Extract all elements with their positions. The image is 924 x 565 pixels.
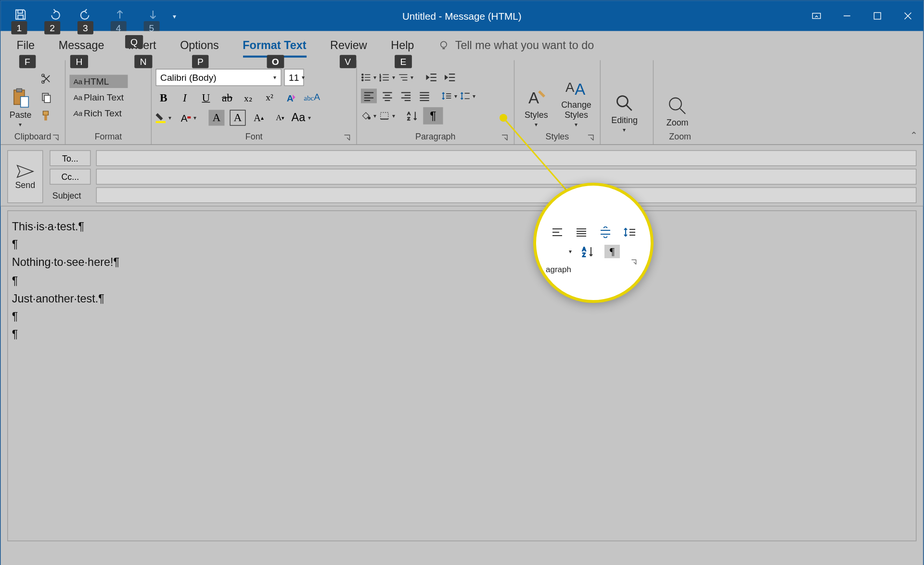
cc-button[interactable]: Cc...	[50, 169, 90, 185]
grow-font-button[interactable]: A▴	[251, 110, 267, 126]
redo-icon[interactable]: 3	[80, 8, 93, 24]
italic-button[interactable]: I	[177, 90, 192, 106]
underline-button[interactable]: U	[198, 90, 214, 106]
sort-button[interactable]: AZ	[405, 109, 421, 123]
format-painter-button[interactable]	[39, 109, 53, 123]
tab-review[interactable]: ReviewV	[330, 35, 367, 56]
subscript-button[interactable]: x₂	[240, 90, 256, 106]
bold-button[interactable]: B	[155, 90, 171, 106]
tab-help[interactable]: HelpE	[391, 35, 414, 56]
svg-text:Z: Z	[407, 116, 410, 121]
svg-text:A: A	[407, 111, 411, 116]
ribbon-display-icon[interactable]	[801, 0, 832, 31]
cc-field[interactable]	[96, 169, 917, 185]
tab-file[interactable]: FileF	[16, 35, 35, 56]
align-center-button[interactable]	[379, 88, 395, 103]
text-effects-icon: A	[285, 92, 297, 104]
paragraph-spacing-button[interactable]: ▾	[460, 88, 476, 103]
increase-indent-button[interactable]	[442, 70, 458, 85]
spellcheck-toggle[interactable]: abcA	[304, 90, 320, 106]
text-effects-button[interactable]: A	[283, 90, 299, 106]
font-size-select[interactable]: 11▾	[284, 69, 304, 86]
format-plain-button[interactable]: AaPlain Text	[69, 91, 128, 104]
maximize-button[interactable]	[862, 0, 893, 31]
scissors-icon	[40, 73, 52, 85]
bullets-button[interactable]: ▾	[361, 70, 377, 85]
font-color-button[interactable]: A▾	[181, 110, 197, 126]
subject-field[interactable]	[96, 187, 917, 203]
strikethrough-button[interactable]: ab	[219, 90, 235, 106]
svg-text:A: A	[582, 246, 586, 252]
keytip-p: P	[192, 55, 209, 68]
cut-button[interactable]	[39, 72, 53, 86]
quick-access-toolbar: 1 2 3 4 5 ▾	[0, 8, 176, 24]
borders-button[interactable]: ▾	[379, 109, 395, 123]
zoom-button[interactable]: Zoom	[657, 67, 697, 128]
minimize-button[interactable]	[832, 0, 862, 31]
shrink-font-button[interactable]: A▾	[272, 110, 288, 126]
window-title: Untitled - Message (HTML)	[402, 10, 522, 21]
font-launcher[interactable]	[343, 134, 351, 142]
svg-rect-8	[21, 97, 29, 107]
svg-text:A: A	[287, 93, 294, 103]
body-line: ¶	[12, 272, 912, 289]
superscript-button[interactable]: x²	[262, 90, 278, 106]
to-button[interactable]: To...	[50, 150, 90, 166]
tab-message[interactable]: MessageH	[59, 35, 104, 56]
svg-rect-12	[44, 95, 50, 102]
next-icon[interactable]: 5	[146, 8, 160, 24]
svg-text:A: A	[528, 89, 539, 107]
zoom-para-spacing-icon	[622, 226, 637, 239]
zoom-icon	[667, 95, 688, 116]
multilevel-button[interactable]: ▾	[398, 70, 414, 85]
tab-options[interactable]: OptionsP	[180, 35, 219, 56]
lightbulb-icon	[438, 40, 450, 52]
styles-button[interactable]: A Styles▾	[518, 67, 554, 128]
undo-icon[interactable]: 2	[47, 8, 61, 24]
borders-icon	[379, 111, 389, 121]
char-border-button[interactable]: A	[230, 110, 245, 126]
svg-point-19	[362, 79, 363, 81]
paste-button[interactable]: Paste ▾	[5, 67, 37, 128]
change-styles-button[interactable]: AA Change Styles▾	[557, 67, 596, 128]
zoom-pilcrow-button: ¶	[604, 245, 620, 258]
align-left-button[interactable]	[361, 88, 377, 103]
previous-icon[interactable]: 4	[113, 8, 127, 24]
editing-button[interactable]: Editing▾	[604, 72, 644, 133]
show-hide-marks-button[interactable]: ¶	[423, 107, 443, 125]
tab-format-text[interactable]: Format TextO	[243, 35, 306, 56]
send-button[interactable]: Send	[7, 150, 43, 203]
svg-point-5	[441, 41, 447, 47]
highlight-button[interactable]: ▾	[155, 110, 171, 126]
zoom-group-label: Zoom	[657, 132, 703, 143]
line-spacing-button[interactable]: ▾	[442, 88, 458, 103]
keytip-1: 1	[11, 21, 27, 34]
shading-button[interactable]: ▾	[361, 109, 377, 123]
zoom-paragraph-label: agraph	[546, 265, 571, 275]
svg-rect-2	[874, 13, 881, 19]
copy-button[interactable]	[39, 90, 53, 104]
font-name-select[interactable]: Calibri (Body)▾	[155, 69, 281, 86]
paragraph-launcher[interactable]	[500, 134, 509, 142]
clipboard-launcher[interactable]	[51, 134, 60, 142]
char-shading-button[interactable]: A	[208, 110, 224, 126]
decrease-indent-button[interactable]	[423, 70, 439, 85]
format-html-button[interactable]: AaHTML	[69, 75, 128, 88]
numbering-button[interactable]: 123▾	[379, 70, 395, 85]
format-rich-button[interactable]: AaRich Text	[69, 107, 128, 120]
styles-launcher[interactable]	[587, 134, 595, 142]
align-right-button[interactable]	[398, 88, 414, 103]
tell-me-search[interactable]: Tell me what you want to do Q	[438, 39, 594, 52]
change-case-button[interactable]: Aa▾	[294, 110, 309, 126]
to-field[interactable]	[96, 150, 917, 166]
close-button[interactable]	[893, 0, 923, 31]
justify-button[interactable]	[417, 88, 433, 103]
save-icon[interactable]: 1	[14, 8, 27, 24]
styles-group-label: Styles	[546, 132, 569, 142]
svg-line-68	[680, 109, 685, 114]
collapse-ribbon-button[interactable]: ⌃	[910, 130, 918, 140]
qat-customize-icon[interactable]: ▾	[173, 12, 176, 19]
svg-text:Z: Z	[582, 252, 586, 257]
send-icon	[16, 164, 35, 178]
message-body[interactable]: This·is·a·test.¶ ¶ Nothing·to·see·here!¶…	[7, 211, 916, 541]
